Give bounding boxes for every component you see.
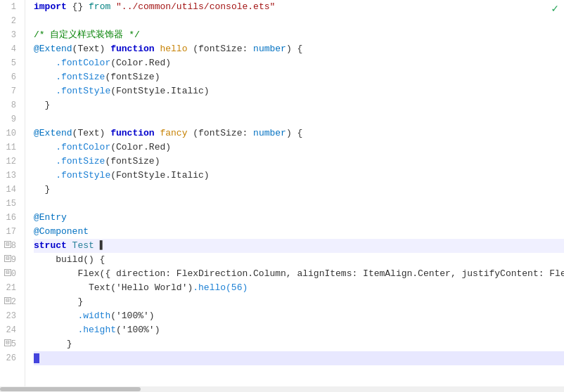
line-number-20: ⊟20 (6, 267, 19, 281)
fold-indicator-25[interactable]: ⊟ (4, 339, 11, 346)
code-area: 1234567891011121314151617⊟18⊟19⊟2021⊟222… (0, 0, 564, 386)
code-line-23[interactable]: .width('100%') (34, 309, 564, 323)
token: (Text) (72, 44, 111, 54)
code-line-25[interactable]: } (34, 337, 564, 351)
token: function (110, 128, 154, 138)
code-line-5[interactable]: .fontColor(Color.Red) (34, 56, 564, 70)
line-number-26: 26 (6, 351, 19, 365)
code-line-11[interactable]: .fontColor(Color.Red) (34, 141, 564, 155)
code-line-4[interactable]: @Extend(Text) function hello (fontSize: … (34, 42, 564, 56)
token: .fontSize (34, 156, 105, 166)
code-line-18[interactable]: struct Test ▌ (34, 239, 564, 253)
token: ) { (286, 44, 302, 54)
code-line-15[interactable] (34, 197, 564, 211)
token: {} (67, 1, 89, 12)
scrollbar-thumb[interactable] (0, 387, 141, 391)
token: : (242, 128, 253, 138)
token: .hello(56) (193, 282, 248, 293)
code-line-8[interactable]: } (34, 98, 564, 112)
code-line-26[interactable] (34, 351, 564, 365)
token: (FontStyle.Italic) (110, 86, 209, 96)
code-line-3[interactable]: /* 自定义样式装饰器 */ (34, 28, 564, 42)
line-number-25: ⊟25 (6, 337, 19, 351)
token: } (34, 339, 72, 349)
token: ) { (286, 128, 302, 138)
line-numbers: 1234567891011121314151617⊟18⊟19⊟2021⊟222… (0, 0, 25, 386)
token: @Extend (34, 44, 72, 54)
code-line-7[interactable]: .fontStyle(FontStyle.Italic) (34, 84, 564, 98)
token: fancy (155, 128, 193, 138)
code-line-12[interactable]: .fontSize(fontSize) (34, 155, 564, 169)
token: Text('Hello World') (34, 282, 193, 293)
editor-container: 1234567891011121314151617⊟18⊟19⊟2021⊟222… (0, 0, 564, 392)
token: from (89, 1, 110, 12)
token: build() { (34, 254, 105, 265)
code-line-22[interactable]: } (34, 295, 564, 309)
token: function (110, 44, 154, 54)
token: Flex({ direction: FlexDirection.Column, … (34, 268, 564, 279)
horizontal-scrollbar[interactable] (0, 386, 564, 392)
token: number (253, 44, 286, 54)
token: .fontColor (34, 142, 110, 152)
token: Test (67, 240, 100, 251)
fold-indicator-22[interactable]: ⊟ (4, 297, 11, 304)
code-line-16[interactable]: @Entry (34, 211, 564, 225)
code-line-13[interactable]: .fontStyle(FontStyle.Italic) (34, 169, 564, 183)
token: (fontSize) (105, 72, 160, 82)
code-line-1[interactable]: import {} from "../common/utils/console.… (34, 0, 564, 14)
token: .fontSize (34, 72, 105, 82)
fold-indicator-19[interactable]: ⊟ (4, 255, 11, 262)
checkmark-icon: ✓ (551, 1, 558, 15)
line-number-16: 16 (6, 211, 19, 225)
token: fontSize (198, 44, 242, 54)
code-line-14[interactable]: } (34, 183, 564, 197)
text-cursor (34, 353, 39, 363)
token: ( (193, 44, 198, 54)
token: } (34, 100, 50, 110)
line-number-14: 14 (6, 183, 19, 197)
code-line-10[interactable]: @Extend(Text) function fancy (fontSize: … (34, 126, 564, 141)
line-number-12: 12 (6, 155, 19, 169)
code-line-24[interactable]: .height('100%') (34, 323, 564, 337)
code-line-19[interactable]: build() { (34, 253, 564, 267)
token: : (242, 44, 253, 54)
line-number-9: 9 (6, 112, 19, 126)
code-line-9[interactable] (34, 112, 564, 126)
token: .fontStyle (34, 86, 110, 96)
line-number-23: 23 (6, 309, 19, 323)
line-number-6: 6 (6, 70, 19, 84)
code-content[interactable]: import {} from "../common/utils/console.… (25, 0, 564, 386)
token: .height (34, 325, 116, 335)
token: @Entry (34, 212, 67, 223)
line-number-18: ⊟18 (6, 239, 19, 253)
code-line-21[interactable]: Text('Hello World').hello(56) (34, 281, 564, 295)
token: "../common/utils/console.ets" (110, 1, 275, 12)
fold-indicator-18[interactable]: ⊟ (4, 241, 11, 248)
code-line-17[interactable]: @Component (34, 225, 564, 239)
token: ('100%') (116, 325, 160, 335)
code-line-2[interactable] (34, 14, 564, 28)
fold-indicator-20[interactable]: ⊟ (4, 269, 11, 276)
token: import (34, 1, 67, 12)
line-number-24: 24 (6, 323, 19, 337)
token: hello (155, 44, 193, 54)
line-number-13: 13 (6, 169, 19, 183)
line-number-15: 15 (6, 197, 19, 211)
line-number-7: 7 (6, 84, 19, 98)
token: number (253, 128, 286, 138)
code-lines: import {} from "../common/utils/console.… (25, 0, 564, 365)
token: } (34, 296, 83, 307)
token: @Component (34, 226, 89, 237)
line-number-2: 2 (6, 14, 19, 28)
line-number-4: 4 (6, 42, 19, 56)
token: .fontColor (34, 58, 110, 68)
line-number-10: 10 (6, 126, 19, 141)
token: struct (34, 240, 67, 251)
token: (FontStyle.Italic) (110, 170, 209, 181)
line-number-21: 21 (6, 281, 19, 295)
code-line-20[interactable]: Flex({ direction: FlexDirection.Column, … (34, 267, 564, 281)
token: .fontStyle (34, 170, 110, 181)
line-number-3: 3 (6, 28, 19, 42)
token: } (34, 184, 50, 195)
code-line-6[interactable]: .fontSize(fontSize) (34, 70, 564, 84)
